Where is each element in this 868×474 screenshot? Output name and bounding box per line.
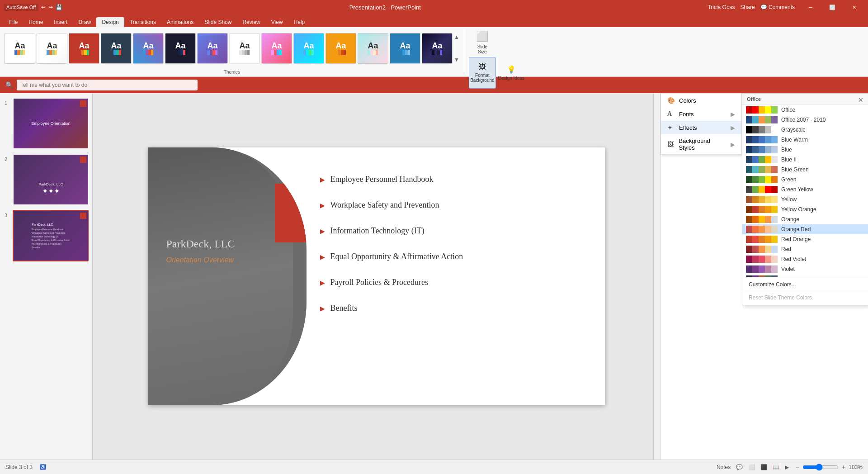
zoom-in-btn[interactable]: ＋ — [840, 463, 847, 471]
color-row-yellow[interactable]: Yellow — [742, 194, 868, 204]
theme-item-12[interactable]: Aa — [390, 33, 420, 64]
design-menu-fonts[interactable]: A Fonts ▶ — [661, 107, 741, 121]
color-row-office[interactable]: Office — [742, 105, 868, 115]
theme-item-10[interactable]: Aa — [326, 33, 356, 64]
color-row-red-violet[interactable]: Red Violet — [742, 254, 868, 264]
theme-item-8[interactable]: Aa — [261, 33, 292, 64]
colors-scroll-area[interactable]: OfficeOffice 2007 - 2010GrayscaleBlue Wa… — [742, 105, 868, 277]
view-reading-icon[interactable]: 📖 — [773, 464, 779, 470]
color-row-red-orange[interactable]: Red Orange — [742, 234, 868, 244]
color-row-red[interactable]: Red — [742, 244, 868, 254]
color-row-office-2007---2010[interactable]: Office 2007 - 2010 — [742, 115, 868, 125]
slide-scrollbar[interactable] — [653, 93, 660, 460]
slide-thumb-1[interactable]: 1 Employee Orientation — [13, 98, 89, 149]
design-menu-colors[interactable]: 🎨 Colors — [661, 94, 741, 107]
ribbon-tab-animations[interactable]: Animations — [161, 17, 199, 27]
ribbon-tab-draw[interactable]: Draw — [73, 17, 96, 27]
restore-btn[interactable]: ⬜ — [822, 0, 843, 14]
theme-item-7[interactable]: Aa — [229, 33, 260, 64]
slide-bullet-text-3[interactable]: Equal Opportunity & Affirmative Action — [330, 252, 463, 261]
theme-item-5[interactable]: Aa — [165, 33, 196, 64]
slide-company-name[interactable]: ParkDeck, LLC — [166, 238, 235, 250]
slide-bullet-text-5[interactable]: Benefits — [330, 303, 358, 313]
slide-bullet-text-4[interactable]: Payroll Policies & Procedures — [330, 278, 428, 287]
slide-bullet-text-1[interactable]: Workplace Safety and Prevention — [330, 200, 439, 210]
reset-colors-btn[interactable]: Reset Slide Theme Colors — [742, 292, 868, 303]
ribbon-tab-file[interactable]: File — [4, 17, 23, 27]
color-row-blue-ii[interactable]: Blue II — [742, 155, 868, 165]
view-slideshow-icon[interactable]: ▶ — [785, 464, 789, 470]
slide-bullet-text-2[interactable]: Information Technology (IT) — [330, 226, 425, 236]
zoom-slider[interactable] — [802, 464, 839, 471]
color-swatch-0 — [746, 166, 752, 173]
close-btn[interactable]: ✕ — [844, 0, 864, 14]
color-swatch-0 — [746, 216, 752, 223]
color-row-blue-warm[interactable]: Blue Warm — [742, 135, 868, 145]
color-row-green-yellow[interactable]: Green Yellow — [742, 185, 868, 194]
slide-thumb-3[interactable]: 3 ParkDeck, LLC Employee Personnel Handb… — [13, 210, 89, 261]
view-normal-icon[interactable]: ⬜ — [748, 464, 755, 470]
comments-panel-icon[interactable]: 💬 — [736, 464, 743, 470]
design-menu-effects[interactable]: ✦ Effects ▶ — [661, 121, 741, 134]
autosave-badge[interactable]: AutoSave Off — [4, 4, 38, 11]
slide-thumb-2[interactable]: 2 ParkDeck, LLC ✦✦✦ — [13, 154, 89, 205]
slide3-line-3: Information Technology (IT) — [32, 235, 70, 238]
theme-item-9[interactable]: Aa — [293, 33, 324, 64]
ribbon-tab-home[interactable]: Home — [23, 17, 48, 27]
color-row-blue[interactable]: Blue — [742, 145, 868, 155]
design-menu-background[interactable]: 🖼 Background Styles ▶ — [661, 134, 741, 154]
colors-panel-close[interactable]: ✕ — [856, 95, 865, 104]
color-row-orange-red[interactable]: Orange Red — [742, 224, 868, 234]
theme-item-13[interactable]: Aa — [422, 33, 453, 64]
ribbon-tab-slide_show[interactable]: Slide Show — [199, 17, 237, 27]
ribbon-tab-insert[interactable]: Insert — [48, 17, 73, 27]
theme-item-1[interactable]: Aa — [37, 33, 67, 64]
color-row-violet[interactable]: Violet — [742, 264, 868, 274]
color-swatch-1 — [752, 186, 759, 193]
color-swatch-0 — [746, 186, 752, 193]
minimize-btn[interactable]: ─ — [800, 0, 821, 14]
slide-subtitle[interactable]: Orientation Overview — [166, 256, 234, 264]
colors-panel-header-row: Office ✕ — [742, 94, 868, 105]
color-row-yellow-orange[interactable]: Yellow Orange — [742, 204, 868, 214]
color-name-blue: Blue — [781, 147, 792, 153]
undo-btn[interactable]: ↩ — [41, 4, 46, 10]
slide3-line-6: Benefits — [32, 246, 70, 249]
color-name-blue-warm: Blue Warm — [781, 137, 808, 143]
theme-item-3[interactable]: Aa — [101, 33, 132, 64]
ribbon-tab-view[interactable]: View — [266, 17, 288, 27]
search-input[interactable] — [17, 80, 198, 90]
redo-btn[interactable]: ↪ — [48, 4, 53, 10]
theme-item-11[interactable]: Aa — [358, 33, 388, 64]
theme-item-6[interactable]: Aa — [197, 33, 228, 64]
slide-bullet-5: ▶ Benefits — [320, 303, 596, 313]
color-row-blue-green[interactable]: Blue Green — [742, 165, 868, 175]
notes-btn[interactable]: Notes — [717, 464, 731, 470]
slide-bullet-text-0[interactable]: Employee Personnel Handbook — [330, 175, 434, 184]
theme-item-0[interactable]: Aa — [5, 33, 35, 64]
ribbon-tab-design[interactable]: Design — [96, 17, 124, 27]
themes-scroll[interactable]: ▲ ▼ — [454, 33, 459, 64]
color-swatch-4 — [771, 256, 778, 263]
color-row-grayscale[interactable]: Grayscale — [742, 125, 868, 135]
zoom-out-btn[interactable]: － — [794, 463, 801, 471]
view-slide-sorter-icon[interactable]: ⬛ — [760, 464, 767, 470]
theme-item-4[interactable]: Aa — [133, 33, 164, 64]
color-swatch-group-office — [746, 106, 778, 114]
design-ideas-btn[interactable]: 💡 Design Ideas — [498, 57, 525, 89]
comments-btn[interactable]: 💬 Comments — [760, 4, 795, 10]
ribbon-tab-review[interactable]: Review — [237, 17, 265, 27]
color-swatch-4 — [771, 156, 778, 163]
ribbon-tab-help[interactable]: Help — [288, 17, 311, 27]
slide-size-btn[interactable]: ⬜ SlideSize — [469, 31, 496, 54]
color-swatch-1 — [752, 216, 759, 223]
theme-item-2[interactable]: Aa — [69, 33, 99, 64]
color-row-green[interactable]: Green — [742, 175, 868, 185]
color-swatch-2 — [759, 236, 765, 243]
share-btn[interactable]: Share — [741, 4, 755, 10]
format-background-btn[interactable]: 🖼 Format Background — [469, 57, 496, 89]
ribbon-tab-transitions[interactable]: Transitions — [124, 17, 161, 27]
customize-colors-btn[interactable]: Customize Colors... — [742, 279, 868, 290]
color-row-orange[interactable]: Orange — [742, 214, 868, 224]
save-btn[interactable]: 💾 — [56, 4, 62, 10]
